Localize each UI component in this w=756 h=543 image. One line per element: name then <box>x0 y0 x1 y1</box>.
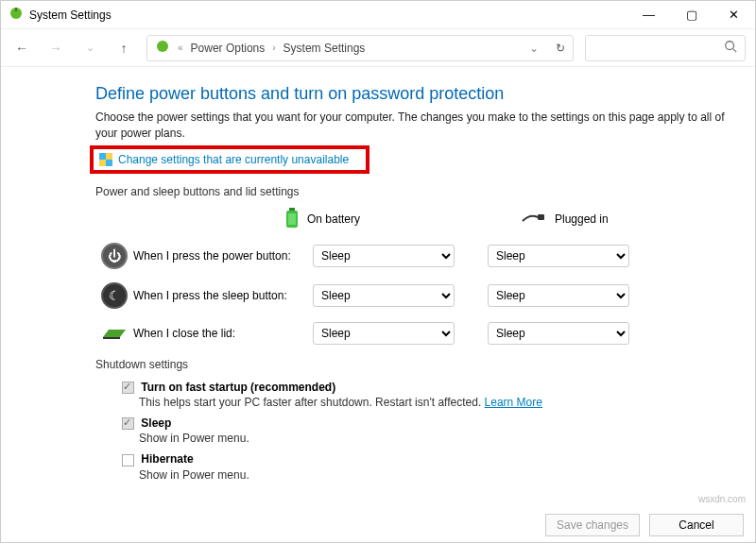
fast-startup-checkbox[interactable] <box>122 382 134 394</box>
section-shutdown-title: Shutdown settings <box>95 358 727 371</box>
chevron-right-icon: › <box>272 42 275 53</box>
row-close-lid: When I close the lid: Sleep Sleep <box>95 322 727 345</box>
recent-dropdown[interactable]: ⌄ <box>78 37 101 59</box>
footer-buttons: Save changes Cancel <box>545 514 744 536</box>
page-heading: Define power buttons and turn on passwor… <box>95 84 727 104</box>
svg-rect-9 <box>289 208 295 211</box>
shield-icon <box>99 153 112 166</box>
svg-point-2 <box>157 41 168 52</box>
up-button[interactable]: ↑ <box>112 37 135 59</box>
chevron-icon: « <box>178 42 183 53</box>
navbar: ← → ⌄ ↑ « Power Options › System Setting… <box>1 29 755 67</box>
svg-rect-5 <box>99 153 106 160</box>
power-button-icon: ⏻ <box>101 243 128 269</box>
content-area: Define power buttons and turn on passwor… <box>1 67 755 482</box>
address-bar[interactable]: « Power Options › System Settings ⌄ ↻ <box>146 35 574 61</box>
cancel-button[interactable]: Cancel <box>649 514 744 536</box>
app-icon <box>9 6 24 24</box>
save-changes-button[interactable]: Save changes <box>545 514 640 536</box>
row-sleep-button: ☾ When I press the sleep button: Sleep S… <box>95 282 727 309</box>
search-box[interactable] <box>585 35 746 61</box>
column-headers: On battery Plugged in <box>284 208 727 231</box>
breadcrumb-part1[interactable]: Power Options <box>191 42 266 55</box>
lid-battery-select[interactable]: Sleep <box>313 322 455 345</box>
battery-icon <box>284 208 300 231</box>
sleep-button-label: When I press the sleep button: <box>133 289 313 302</box>
sleep-plugged-select[interactable]: Sleep <box>488 284 629 307</box>
hibernate-label: Hibernate <box>141 452 193 466</box>
refresh-button[interactable]: ↻ <box>556 42 565 55</box>
page-description: Choose the power settings that you want … <box>95 110 727 142</box>
window-title: System Settings <box>29 8 112 22</box>
lid-label: When I close the lid: <box>133 327 313 340</box>
sleep-button-icon: ☾ <box>101 282 128 309</box>
svg-rect-8 <box>106 160 112 166</box>
sleep-checkbox[interactable] <box>122 417 134 430</box>
sleep-label: Sleep <box>141 416 171 430</box>
fast-startup-sub: This helps start your PC faster after sh… <box>139 396 481 409</box>
svg-point-3 <box>726 42 734 50</box>
power-button-label: When I press the power button: <box>133 249 313 263</box>
svg-rect-7 <box>99 160 106 166</box>
hibernate-checkbox[interactable] <box>122 454 134 467</box>
back-button[interactable]: ← <box>10 37 33 59</box>
forward-button[interactable]: → <box>44 37 67 59</box>
maximize-button[interactable]: ▢ <box>670 1 713 29</box>
svg-line-4 <box>733 49 737 53</box>
battery-label: On battery <box>307 212 360 226</box>
svg-rect-6 <box>106 153 112 160</box>
row-power-button: ⏻ When I press the power button: Sleep S… <box>95 243 727 269</box>
power-battery-select[interactable]: Sleep <box>313 245 455 267</box>
svg-rect-13 <box>103 337 120 339</box>
plug-icon <box>521 212 547 228</box>
section-power-title: Power and sleep buttons and lid settings <box>95 185 727 198</box>
fast-startup-label: Turn on fast startup (recommended) <box>141 381 335 394</box>
address-icon <box>155 39 170 57</box>
power-plugged-select[interactable]: Sleep <box>488 245 629 267</box>
svg-rect-11 <box>288 213 296 225</box>
search-icon <box>724 40 737 56</box>
sleep-sub: Show in Power menu. <box>139 432 727 445</box>
hibernate-sub: Show in Power menu. <box>139 468 727 482</box>
lid-icon <box>101 322 128 344</box>
breadcrumb-part2[interactable]: System Settings <box>284 42 366 55</box>
svg-rect-12 <box>538 214 544 220</box>
change-settings-link[interactable]: Change settings that are currently unava… <box>118 153 349 166</box>
plugged-label: Plugged in <box>555 212 609 226</box>
shutdown-settings: Turn on fast startup (recommended) This … <box>95 381 727 482</box>
svg-rect-1 <box>15 8 17 11</box>
close-button[interactable]: ✕ <box>713 1 755 29</box>
lid-plugged-select[interactable]: Sleep <box>488 322 629 345</box>
minimize-button[interactable]: — <box>627 1 670 29</box>
titlebar: System Settings — ▢ ✕ <box>1 1 755 29</box>
highlight-box: Change settings that are currently unava… <box>90 145 369 174</box>
watermark: wsxdn.com <box>698 494 746 504</box>
address-dropdown-icon[interactable]: ⌄ <box>529 42 539 55</box>
learn-more-link[interactable]: Learn More <box>485 396 542 409</box>
sleep-battery-select[interactable]: Sleep <box>313 284 455 307</box>
